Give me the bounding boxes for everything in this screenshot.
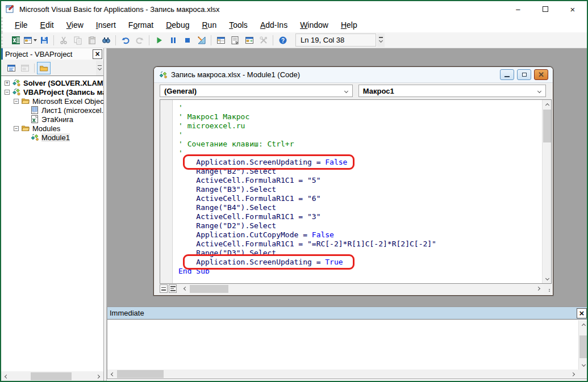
code-window-title: Запись макроса.xlsx - Module1 (Code) <box>171 70 500 79</box>
project-tree[interactable]: +Solver (SOLVER.XLAM)−VBAProject (Запись… <box>1 75 103 371</box>
menu-window[interactable]: Window <box>294 18 335 32</box>
project-hscroll-right-arrow[interactable] <box>94 372 103 381</box>
toggle-folders-button[interactable] <box>37 62 51 74</box>
code-hscroll-thumb[interactable] <box>190 285 228 293</box>
full-module-view-button[interactable] <box>169 284 177 293</box>
copy-button[interactable] <box>70 33 85 47</box>
tree-item-thisworkbook[interactable]: ЭтаКнига <box>1 115 103 124</box>
immediate-vscroll-up-arrow[interactable] <box>579 320 588 329</box>
project-explorer-icon <box>216 36 226 45</box>
immediate-close-button[interactable]: × <box>577 308 587 318</box>
menu-help[interactable]: Help <box>335 18 364 32</box>
find-button[interactable] <box>99 33 113 47</box>
procedure-view-button[interactable] <box>160 284 168 293</box>
code-window-restore-button[interactable] <box>517 69 531 80</box>
code-window-minimize-button[interactable] <box>500 69 514 80</box>
menu-run[interactable]: Run <box>195 18 223 32</box>
immediate-vscroll-down-arrow[interactable] <box>579 360 588 370</box>
procedure-combo[interactable]: Макрос1 <box>358 85 546 97</box>
toolbar-separator <box>149 35 149 45</box>
project-explorer-button[interactable] <box>214 33 228 47</box>
menu-add-ins[interactable]: Add-Ins <box>254 18 294 32</box>
toolbox-icon <box>259 36 268 45</box>
view-code-button[interactable] <box>5 62 18 74</box>
code-segment: Application.ScreenUpdating = <box>178 258 325 266</box>
code-window-resize-grip[interactable] <box>544 284 552 293</box>
tree-item-module1[interactable]: Module1 <box>1 133 103 142</box>
project-hscroll-left-arrow[interactable] <box>1 372 10 381</box>
immediate-hscrollbar <box>107 370 578 379</box>
code-vscroll-thumb[interactable] <box>543 110 551 142</box>
code-vscroll-up-arrow[interactable] <box>543 100 552 109</box>
folder-open-icon <box>21 96 30 106</box>
menu-format[interactable]: Format <box>122 18 160 32</box>
tree-item-vbaproject[interactable]: −VBAProject (Запись мак <box>1 87 103 96</box>
save-button[interactable] <box>37 33 51 47</box>
chevron-down-icon <box>344 89 348 93</box>
maximize-button[interactable] <box>539 3 552 15</box>
object-combo-value: (General) <box>164 87 197 95</box>
code-segment: ActiveCell.FormulaR1C1 = "=RC[-2]*R[1]C[… <box>178 240 436 248</box>
code-editor[interactable]: '' Макрос1 Макрос' microexcel.ru'' Сочет… <box>160 99 552 284</box>
toolbox-button[interactable] <box>256 33 270 47</box>
immediate-hscroll-thumb[interactable] <box>117 370 164 378</box>
code-line-6: ' <box>178 149 542 158</box>
menu-edit[interactable]: Edit <box>34 18 60 32</box>
code-segment: ActiveCell.FormulaR1C1 = "5" <box>178 176 320 184</box>
code-vscroll-down-arrow[interactable] <box>543 274 552 283</box>
immediate-header[interactable]: Immediate × <box>107 307 587 319</box>
find-icon <box>102 36 111 45</box>
collapse-icon[interactable]: − <box>5 90 10 95</box>
view-object-button[interactable] <box>18 62 32 74</box>
reset-button[interactable] <box>180 33 194 47</box>
toolbar-separator <box>211 35 211 45</box>
paste-button[interactable] <box>85 33 99 47</box>
project-toolbar-overflow-button[interactable] <box>96 61 103 75</box>
collapse-icon[interactable]: − <box>14 99 19 104</box>
immediate-vscroll-thumb[interactable] <box>579 335 587 358</box>
menu-debug[interactable]: Debug <box>160 18 195 32</box>
immediate-hscroll-right-arrow[interactable] <box>569 370 578 379</box>
code-margin-strip <box>160 100 173 283</box>
immediate-editor[interactable] <box>107 319 587 370</box>
view-code-icon <box>7 64 16 73</box>
expand-icon[interactable]: + <box>5 81 10 86</box>
object-browser-button[interactable] <box>242 33 256 47</box>
tree-item-excel-objects[interactable]: −Microsoft Excel Objects <box>1 96 103 106</box>
object-combo[interactable]: (General) <box>160 85 353 97</box>
menu-file[interactable]: File <box>9 18 34 32</box>
code-segment: Application.CutCopyMode = <box>178 230 312 239</box>
code-window-titlebar[interactable]: Запись макроса.xlsx - Module1 (Code) ✕ <box>154 67 553 83</box>
view-microsoft-excel-button[interactable] <box>9 33 23 47</box>
minimize-button[interactable]: − <box>512 3 524 15</box>
menu-view[interactable]: View <box>60 18 90 32</box>
run-macro-button[interactable] <box>152 33 166 47</box>
cut-button[interactable] <box>56 33 70 47</box>
code-hscroll-right-arrow[interactable] <box>535 284 544 293</box>
close-button[interactable]: × <box>566 3 579 15</box>
break-button[interactable] <box>166 33 180 47</box>
immediate-hscroll-left-arrow[interactable] <box>107 370 116 379</box>
collapse-icon[interactable]: − <box>14 126 19 131</box>
code-hscroll-left-arrow[interactable] <box>180 284 189 293</box>
project-hscroll-thumb[interactable] <box>31 372 72 380</box>
redo-button[interactable] <box>132 33 147 47</box>
project-panel-close-button[interactable]: × <box>93 49 102 59</box>
standard-toolbar: ?Ln 19, Col 38 <box>1 32 587 48</box>
help-button[interactable]: ? <box>276 33 290 47</box>
tree-item-excel-objects-label: Microsoft Excel Objects <box>32 97 103 106</box>
design-mode-button[interactable] <box>194 33 208 47</box>
project-explorer-panel: Project - VBAProject × +Solver (SOLVER.X… <box>1 48 104 381</box>
menu-tools[interactable]: Tools <box>223 18 254 32</box>
undo-button[interactable] <box>118 33 132 47</box>
tree-item-solver[interactable]: +Solver (SOLVER.XLAM) <box>1 78 103 87</box>
insert-userform-button[interactable] <box>23 33 37 47</box>
code-line-4: ' <box>178 131 542 140</box>
code-window-close-button[interactable]: ✕ <box>534 69 548 80</box>
tree-item-sheet1[interactable]: Лист1 (microexcel.r <box>1 106 103 115</box>
tree-item-modules[interactable]: −Modules <box>1 124 103 133</box>
userform-icon <box>23 36 32 45</box>
menu-insert[interactable]: Insert <box>90 18 122 32</box>
toolbar-overflow-button[interactable] <box>377 33 385 47</box>
properties-window-button[interactable] <box>228 33 242 47</box>
